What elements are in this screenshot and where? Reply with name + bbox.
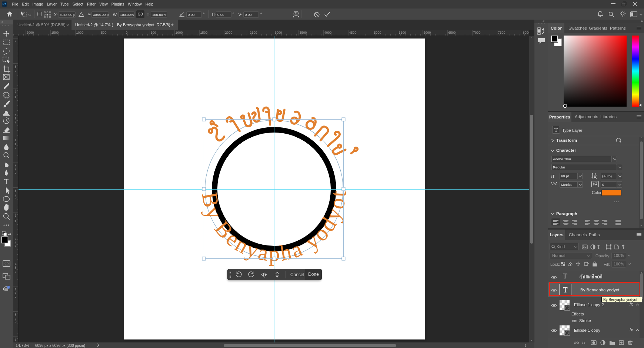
svg-text:fx: fx	[582, 340, 586, 345]
svg-text:T: T	[597, 244, 600, 250]
svg-text:By Benyapha yodyot: By Benyapha yodyot	[197, 188, 351, 266]
svg-text:A: A	[594, 175, 597, 180]
svg-text:T: T	[4, 178, 9, 185]
